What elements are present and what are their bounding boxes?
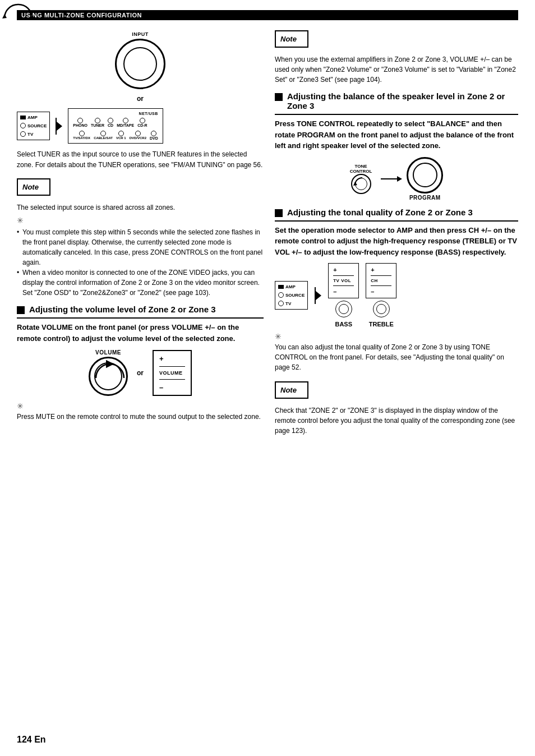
section2-title: Adjusting the volume level of Zone 2 or … [29, 305, 216, 314]
bass-dial-row [335, 301, 352, 317]
vol-minus: – [159, 383, 163, 391]
note3-box: Note Check that "ZONE 2" or "ZONE 3" is … [275, 377, 518, 436]
bass-minus: – [333, 288, 336, 295]
large-dial [115, 39, 165, 89]
section3-title: Adjusting the balance of the speaker lev… [287, 91, 518, 110]
dvdvcr2-label: DVD/VCR2 [130, 136, 146, 140]
bass-panel-wrap: + TV VOL – BASS [328, 263, 359, 328]
arrow-area [56, 118, 62, 135]
source-label-2: SOURCE [285, 293, 305, 298]
program-knob-inner [413, 163, 437, 187]
section4-bullet [275, 209, 283, 217]
program-label: PROGRAM [409, 195, 441, 201]
vol-panel: + VOLUME – [153, 350, 192, 396]
tv-label-2: TV [285, 301, 291, 306]
md-tape-label: MD/TAPE [117, 123, 134, 127]
note1-label-box: Note [17, 178, 50, 196]
note1-label: Note [22, 183, 39, 191]
treble-dial-inner [376, 304, 386, 314]
amp-label: AMP [27, 115, 38, 120]
main-content: INPUT or AMP SOURCE [17, 26, 518, 436]
tv-vol-label: TV VOL [333, 278, 351, 283]
note2-box: Note When you use the external amplifier… [275, 26, 518, 85]
or-text-2: or [137, 369, 144, 377]
input-diagram: INPUT [17, 31, 264, 89]
receiver-diagram: AMP SOURCE TV [17, 108, 264, 144]
section2-bullet [17, 306, 25, 314]
program-dial [407, 157, 443, 193]
cablesat-circle [100, 131, 106, 136]
header-title: USING MULTI-ZONE CONFIGURATION [21, 12, 142, 19]
treble-plus: + [371, 266, 374, 273]
vol-line-2 [159, 379, 185, 380]
tv-row: TV [20, 131, 33, 137]
large-dial-inner [123, 47, 157, 81]
treble-line-1 [371, 275, 391, 276]
tip-text-2: Press MUTE on the remote control to mute… [17, 412, 264, 422]
note2-label-box: Note [275, 30, 308, 48]
svg-marker-2 [30, 14, 34, 19]
section4-body: Set the operation mode selector to AMP a… [275, 225, 518, 258]
section4-title: Adjusting the tonal quality of Zone 2 or… [287, 208, 473, 217]
phono-circle [77, 118, 83, 123]
amp-row: AMP [20, 115, 38, 120]
amp-rect-2 [278, 285, 284, 289]
program-dial-wrap: PROGRAM [407, 157, 443, 201]
source-row-2: SOURCE [278, 292, 305, 298]
tv-label: TV [27, 132, 33, 137]
tone-knob [351, 174, 371, 194]
tone-knob-arrow-svg [352, 175, 372, 195]
note2-label: Note [280, 35, 297, 43]
svg-marker-1 [2, 14, 7, 19]
section2-heading: Adjusting the volume level of Zone 2 or … [17, 305, 264, 319]
tip-text-3: You can also adjust the tonal quality of… [275, 342, 518, 372]
note2-text: When you use the external amplifiers in … [275, 54, 518, 85]
note3-label: Note [280, 386, 297, 394]
vol-volume-label: VOLUME [159, 370, 183, 376]
page-number: 124 En [17, 735, 46, 745]
input-label: INPUT [132, 31, 149, 37]
page: USING MULTI-ZONE CONFIGURATION INPUT or [0, 0, 535, 756]
volume-dial-wrap: VOLUME [89, 349, 128, 396]
treble-dial [373, 301, 390, 317]
tuner-label: TUNER [91, 123, 104, 127]
tv-row-2: TV [278, 301, 291, 306]
section4-heading: Adjusting the tonal quality of Zone 2 or… [275, 208, 518, 222]
bass-label: BASS [335, 321, 352, 328]
tvsat-label: TV/SAT/DX [73, 136, 90, 140]
treble-label: TREBLE [369, 321, 394, 328]
cd-label: CD [108, 123, 113, 127]
receiver-buttons: NET/USB PHONO TUNER [68, 108, 163, 144]
treble-panel: + CH – [366, 263, 396, 298]
phono-label: PHONO [73, 123, 87, 127]
cablesat-label: CABLE/SAT [94, 136, 113, 140]
tone-knob-wrap: TONE CONTROL [350, 164, 372, 194]
bass-treble-arrow [315, 287, 321, 304]
bass-treble-diagram: AMP SOURCE TV [275, 263, 518, 328]
vcr1-circle [118, 131, 124, 136]
treble-dial-row [373, 301, 390, 317]
cdr-label: CD-R [137, 123, 147, 127]
cdr-circle [140, 118, 145, 123]
body-text-1: Select TUNER as the input source to use … [17, 149, 264, 170]
volume-diagram: VOLUME [17, 349, 264, 396]
dvdvcr2-circle [135, 131, 141, 136]
note1-text: The selected input source is shared acro… [17, 202, 264, 213]
tvsat-circle [79, 131, 85, 136]
section2-body: Rotate VOLUME on the front panel (or pre… [17, 322, 264, 344]
amp-panel: AMP SOURCE TV [17, 112, 50, 140]
treble-line-2 [371, 285, 391, 286]
volume-label: VOLUME [95, 349, 121, 356]
tip-icon-2: ✳ [17, 402, 264, 411]
bass-dial-inner [339, 304, 349, 314]
section3-bullet [275, 93, 283, 101]
source-label: SOURCE [27, 123, 47, 128]
vol-line [159, 366, 185, 367]
header-bar: USING MULTI-ZONE CONFIGURATION [17, 10, 518, 20]
bass-line-2 [333, 285, 354, 286]
dvd-circle [151, 131, 156, 136]
tip-bullet-2: When a video monitor is connected to one… [17, 268, 264, 298]
bass-dial [335, 301, 352, 317]
or-text-1: or [137, 95, 144, 103]
bass-line-1 [333, 275, 354, 276]
